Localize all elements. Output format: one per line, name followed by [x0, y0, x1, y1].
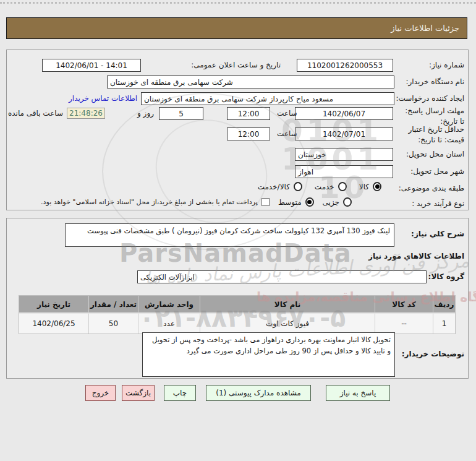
col-header-code: کد کالا	[375, 296, 433, 314]
need-number-input[interactable]: 1102001262000553	[297, 59, 393, 72]
classification-option-goods-service[interactable]: کالا/خدمت	[258, 182, 302, 191]
process-type-label: نوع فرآیند خرید :	[412, 199, 464, 208]
cell-goods-code: --	[375, 314, 433, 334]
deadline-date-input[interactable]: 1402/06/07	[295, 107, 393, 120]
buyer-contact-link[interactable]: اطلاعات تماس خریدار	[69, 94, 137, 103]
col-header-name: نام کالا	[200, 296, 375, 314]
deadline-days-input[interactable]: 5	[159, 107, 203, 120]
process-option-label: جزیی	[323, 198, 339, 207]
process-option-partial[interactable]: جزیی	[323, 197, 352, 207]
announce-datetime-label: تاریخ و ساعت اعلان عمومی:	[191, 61, 281, 69]
need-info-panel: شماره نیاز: 1102001262000553 تاریخ و ساع…	[6, 50, 469, 210]
print-button[interactable]: چاپ	[164, 385, 196, 401]
goods-section-title: اطلاعات کالاهاي مورد نیاز	[368, 252, 464, 261]
col-header-qty: تعداد / مقدار	[88, 296, 138, 314]
time-remaining-label: ساعت باقی مانده	[8, 109, 63, 118]
page: جزئیات اطلاعات نیاز شماره نیاز: 11020012…	[0, 0, 476, 461]
process-type-options: جزیی متوسط پرداخت تمام یا بخشی از مبلغ خ…	[41, 197, 352, 207]
col-header-need-date: تاریخ نیاز	[19, 296, 88, 314]
treasury-payment-option[interactable]: پرداخت تمام یا بخشی از مبلغ خرید،از محل …	[41, 198, 270, 206]
classification-label: طبقه بندی موضوعی:	[399, 184, 464, 192]
cell-quantity: 50	[88, 314, 138, 334]
back-button[interactable]: بازگشت	[122, 385, 155, 401]
treasury-note-label: پرداخت تمام یا بخشی از مبلغ خرید،از محل …	[41, 198, 258, 206]
radio-service-icon[interactable]	[338, 182, 347, 191]
radio-partial-icon[interactable]	[343, 197, 352, 207]
classification-option-label: کالا/خدمت	[258, 183, 290, 191]
cell-row-number: 1	[433, 314, 455, 334]
days-and-label: روز و	[137, 109, 154, 118]
treasury-checkbox[interactable]	[261, 198, 270, 206]
top-dotted-divider	[0, 2, 476, 4]
goods-table: ردیف کد کالا نام کالا واحد شمارش تعداد /…	[19, 295, 456, 334]
respond-to-need-button[interactable]: پاسخ به نیاز	[326, 385, 390, 401]
need-description-textarea[interactable]: لینک فیوز 130 آمپری 132 کیلوولت ساخت شرک…	[65, 223, 394, 247]
delivery-city-label: شهر محل تحویل:	[410, 167, 464, 176]
view-attachments-button[interactable]: مشاهده مدارک پیوستی (1)	[206, 385, 311, 401]
exit-button[interactable]: خروج	[85, 385, 116, 401]
col-header-row: ردیف	[433, 296, 455, 314]
deadline-time-input[interactable]: 12:00	[227, 107, 270, 120]
radio-goods-icon[interactable]	[373, 182, 381, 191]
buyer-org-label: نام دستگاه خریدار:	[406, 77, 465, 86]
announce-datetime-input[interactable]: 1402/06/01 - 14:01	[42, 59, 141, 72]
col-header-unit: واحد شمارش	[138, 296, 200, 314]
buyer-notes-label: توضیحات خریدار:	[402, 350, 464, 358]
request-creator-input[interactable]: مسعود میاح کارپرداز شرکت سهامی برق منطقه…	[141, 92, 394, 105]
buyer-notes-textarea[interactable]: تحویل کالا انبار معاونت بهره برداری دراه…	[142, 332, 395, 377]
title-bar: جزئیات اطلاعات نیاز	[6, 17, 467, 39]
process-option-medium[interactable]: متوسط	[278, 197, 314, 207]
classification-option-service[interactable]: خدمت	[315, 182, 347, 191]
classification-option-label: خدمت	[315, 183, 334, 191]
goods-table-header: ردیف کد کالا نام کالا واحد شمارش تعداد /…	[19, 296, 455, 314]
cell-need-date: 1402/06/25	[19, 314, 88, 334]
validity-hour-label: ساعت	[277, 129, 297, 138]
radio-goods-service-icon[interactable]	[294, 182, 302, 191]
validity-date-input[interactable]: 1402/07/01	[295, 127, 393, 140]
countdown-timer: 21:48:26	[67, 108, 105, 119]
need-description-label: شرح کلي نیاز:	[411, 230, 464, 238]
table-row: 1 -- فیوز کات اوت عدد 50 1402/06/25	[19, 314, 455, 334]
delivery-province-input[interactable]: خوزستان	[295, 148, 393, 161]
page-title: جزئیات اطلاعات نیاز	[391, 24, 459, 33]
classification-options: کالا خدمت کالا/خدمت	[258, 182, 381, 191]
cell-goods-name: فیوز کات اوت	[200, 314, 375, 334]
delivery-province-label: استان محل تحویل:	[406, 150, 464, 158]
deadline-hour-label: ساعت	[277, 109, 297, 118]
goods-info-panel: شرح کلي نیاز: لینک فیوز 130 آمپری 132 کی…	[6, 218, 469, 379]
goods-group-label: گروه کالا:	[428, 272, 464, 281]
radio-medium-icon[interactable]	[305, 197, 314, 207]
cell-count-unit: عدد	[138, 314, 200, 334]
validity-time-input[interactable]: 12:00	[227, 127, 270, 140]
classification-option-label: کالا	[359, 183, 369, 191]
classification-option-goods[interactable]: کالا	[359, 182, 381, 191]
delivery-city-input[interactable]: اهواز	[295, 165, 393, 178]
process-option-label: متوسط	[278, 198, 302, 207]
price-validity-label: حداقل تاریخ اعتبار قیمت: تا تاریخ:	[391, 124, 464, 146]
goods-group-input[interactable]: ابزارآلات الکتریکی	[137, 270, 427, 283]
buyer-org-input[interactable]: شرکت سهامی برق منطقه ای خوزستان	[107, 75, 394, 88]
need-number-label: شماره نیاز:	[429, 61, 464, 69]
request-creator-label: ایجاد کننده درخواست:	[396, 94, 464, 103]
